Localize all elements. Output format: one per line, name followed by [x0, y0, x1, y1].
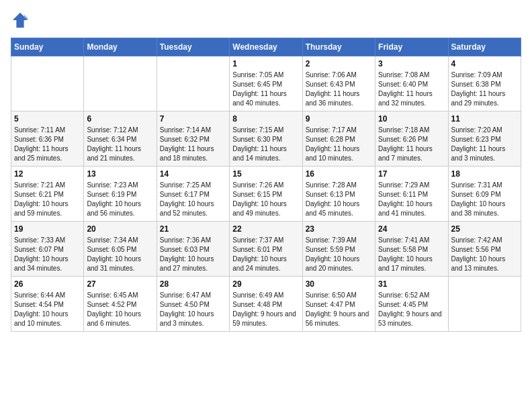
calendar-cell: 30Sunrise: 6:50 AM Sunset: 4:47 PM Dayli…: [302, 277, 375, 332]
day-info: Sunrise: 7:25 AM Sunset: 6:17 PM Dayligh…: [160, 181, 226, 218]
day-info: Sunrise: 7:42 AM Sunset: 5:56 PM Dayligh…: [451, 236, 518, 273]
day-number: 29: [232, 279, 299, 289]
day-number: 19: [14, 224, 81, 234]
day-number: 21: [160, 224, 226, 234]
day-info: Sunrise: 7:08 AM Sunset: 6:40 PM Dayligh…: [378, 71, 445, 108]
day-info: Sunrise: 6:45 AM Sunset: 4:52 PM Dayligh…: [87, 291, 153, 328]
day-info: Sunrise: 6:49 AM Sunset: 4:48 PM Dayligh…: [232, 291, 299, 328]
day-number: 1: [232, 59, 299, 68]
calendar-cell: 15Sunrise: 7:26 AM Sunset: 6:15 PM Dayli…: [230, 167, 302, 222]
day-number: 22: [232, 224, 299, 234]
day-info: Sunrise: 7:36 AM Sunset: 6:03 PM Dayligh…: [160, 236, 226, 273]
day-info: Sunrise: 7:26 AM Sunset: 6:15 PM Dayligh…: [232, 181, 299, 218]
page-header: [11, 11, 521, 30]
calendar-week-row: 1Sunrise: 7:05 AM Sunset: 6:45 PM Daylig…: [11, 56, 521, 111]
day-number: 2: [306, 59, 372, 68]
day-number: 23: [306, 224, 372, 234]
day-number: 11: [451, 114, 518, 124]
calendar-week-row: 19Sunrise: 7:33 AM Sunset: 6:07 PM Dayli…: [11, 222, 521, 277]
weekday-header-thursday: Thursday: [302, 38, 375, 56]
day-number: 9: [306, 114, 372, 124]
logo-icon: [11, 11, 30, 30]
calendar-cell: 6Sunrise: 7:12 AM Sunset: 6:34 PM Daylig…: [84, 111, 157, 167]
calendar-cell: 22Sunrise: 7:37 AM Sunset: 6:01 PM Dayli…: [230, 222, 302, 277]
day-number: 10: [378, 114, 445, 124]
calendar-cell: 28Sunrise: 6:47 AM Sunset: 4:50 PM Dayli…: [157, 277, 229, 332]
day-number: 16: [306, 169, 372, 179]
day-number: 6: [87, 114, 153, 124]
day-info: Sunrise: 7:18 AM Sunset: 6:26 PM Dayligh…: [378, 126, 445, 163]
svg-marker-0: [13, 13, 28, 28]
calendar-cell: [157, 56, 229, 111]
day-info: Sunrise: 7:37 AM Sunset: 6:01 PM Dayligh…: [232, 236, 299, 273]
day-info: Sunrise: 7:33 AM Sunset: 6:07 PM Dayligh…: [14, 236, 81, 273]
day-number: 4: [451, 59, 518, 68]
day-number: 5: [14, 114, 81, 124]
day-info: Sunrise: 7:23 AM Sunset: 6:19 PM Dayligh…: [87, 181, 153, 218]
calendar-cell: 12Sunrise: 7:21 AM Sunset: 6:21 PM Dayli…: [11, 167, 84, 222]
calendar-cell: 25Sunrise: 7:42 AM Sunset: 5:56 PM Dayli…: [448, 222, 521, 277]
day-number: 18: [451, 169, 518, 179]
calendar-cell: 7Sunrise: 7:14 AM Sunset: 6:32 PM Daylig…: [157, 111, 229, 167]
day-number: 30: [306, 279, 372, 289]
calendar-week-row: 5Sunrise: 7:11 AM Sunset: 6:36 PM Daylig…: [11, 111, 521, 167]
day-number: 31: [378, 279, 445, 289]
calendar-cell: 3Sunrise: 7:08 AM Sunset: 6:40 PM Daylig…: [375, 56, 448, 111]
day-number: 7: [160, 114, 226, 124]
calendar-cell: 19Sunrise: 7:33 AM Sunset: 6:07 PM Dayli…: [11, 222, 84, 277]
calendar-cell: [448, 277, 521, 332]
calendar-cell: 8Sunrise: 7:15 AM Sunset: 6:30 PM Daylig…: [230, 111, 302, 167]
day-number: 12: [14, 169, 81, 179]
day-info: Sunrise: 6:47 AM Sunset: 4:50 PM Dayligh…: [160, 291, 226, 328]
calendar-cell: 1Sunrise: 7:05 AM Sunset: 6:45 PM Daylig…: [230, 56, 302, 111]
day-number: 25: [451, 224, 518, 234]
day-info: Sunrise: 7:28 AM Sunset: 6:13 PM Dayligh…: [306, 181, 372, 218]
day-info: Sunrise: 7:29 AM Sunset: 6:11 PM Dayligh…: [378, 181, 445, 218]
calendar-cell: 14Sunrise: 7:25 AM Sunset: 6:17 PM Dayli…: [157, 167, 229, 222]
day-number: 13: [87, 169, 153, 179]
calendar-cell: 23Sunrise: 7:39 AM Sunset: 5:59 PM Dayli…: [302, 222, 375, 277]
calendar-cell: 26Sunrise: 6:44 AM Sunset: 4:54 PM Dayli…: [11, 277, 84, 332]
day-info: Sunrise: 7:34 AM Sunset: 6:05 PM Dayligh…: [87, 236, 153, 273]
calendar-cell: 31Sunrise: 6:52 AM Sunset: 4:45 PM Dayli…: [375, 277, 448, 332]
weekday-header-sunday: Sunday: [11, 38, 84, 56]
weekday-header-saturday: Saturday: [448, 38, 521, 56]
calendar-cell: 24Sunrise: 7:41 AM Sunset: 5:58 PM Dayli…: [375, 222, 448, 277]
calendar-cell: [11, 56, 84, 111]
day-info: Sunrise: 7:21 AM Sunset: 6:21 PM Dayligh…: [14, 181, 81, 218]
day-info: Sunrise: 7:20 AM Sunset: 6:23 PM Dayligh…: [451, 126, 518, 163]
weekday-header-row: SundayMondayTuesdayWednesdayThursdayFrid…: [11, 38, 521, 56]
day-info: Sunrise: 7:31 AM Sunset: 6:09 PM Dayligh…: [451, 181, 518, 218]
calendar-cell: 17Sunrise: 7:29 AM Sunset: 6:11 PM Dayli…: [375, 167, 448, 222]
day-number: 24: [378, 224, 445, 234]
calendar-cell: 11Sunrise: 7:20 AM Sunset: 6:23 PM Dayli…: [448, 111, 521, 167]
calendar-cell: 10Sunrise: 7:18 AM Sunset: 6:26 PM Dayli…: [375, 111, 448, 167]
day-info: Sunrise: 7:11 AM Sunset: 6:36 PM Dayligh…: [14, 126, 81, 163]
calendar-cell: [84, 56, 157, 111]
day-info: Sunrise: 7:39 AM Sunset: 5:59 PM Dayligh…: [306, 236, 372, 273]
weekday-header-friday: Friday: [375, 38, 448, 56]
calendar-cell: 13Sunrise: 7:23 AM Sunset: 6:19 PM Dayli…: [84, 167, 157, 222]
day-number: 20: [87, 224, 153, 234]
calendar-cell: 2Sunrise: 7:06 AM Sunset: 6:43 PM Daylig…: [302, 56, 375, 111]
calendar-cell: 21Sunrise: 7:36 AM Sunset: 6:03 PM Dayli…: [157, 222, 229, 277]
weekday-header-wednesday: Wednesday: [230, 38, 302, 56]
day-info: Sunrise: 7:17 AM Sunset: 6:28 PM Dayligh…: [306, 126, 372, 163]
calendar-week-row: 12Sunrise: 7:21 AM Sunset: 6:21 PM Dayli…: [11, 167, 521, 222]
calendar-cell: 5Sunrise: 7:11 AM Sunset: 6:36 PM Daylig…: [11, 111, 84, 167]
day-info: Sunrise: 7:09 AM Sunset: 6:38 PM Dayligh…: [451, 71, 518, 108]
day-info: Sunrise: 7:06 AM Sunset: 6:43 PM Dayligh…: [306, 71, 372, 108]
calendar-cell: 18Sunrise: 7:31 AM Sunset: 6:09 PM Dayli…: [448, 167, 521, 222]
calendar-cell: 9Sunrise: 7:17 AM Sunset: 6:28 PM Daylig…: [302, 111, 375, 167]
day-info: Sunrise: 6:50 AM Sunset: 4:47 PM Dayligh…: [306, 291, 372, 328]
day-number: 27: [87, 279, 153, 289]
calendar-cell: 4Sunrise: 7:09 AM Sunset: 6:38 PM Daylig…: [448, 56, 521, 111]
day-info: Sunrise: 7:41 AM Sunset: 5:58 PM Dayligh…: [378, 236, 445, 273]
day-number: 3: [378, 59, 445, 68]
calendar-table: SundayMondayTuesdayWednesdayThursdayFrid…: [11, 38, 521, 332]
day-number: 8: [232, 114, 299, 124]
day-info: Sunrise: 7:15 AM Sunset: 6:30 PM Dayligh…: [232, 126, 299, 163]
day-info: Sunrise: 7:05 AM Sunset: 6:45 PM Dayligh…: [232, 71, 299, 108]
calendar-week-row: 26Sunrise: 6:44 AM Sunset: 4:54 PM Dayli…: [11, 277, 521, 332]
day-info: Sunrise: 6:52 AM Sunset: 4:45 PM Dayligh…: [378, 291, 445, 328]
